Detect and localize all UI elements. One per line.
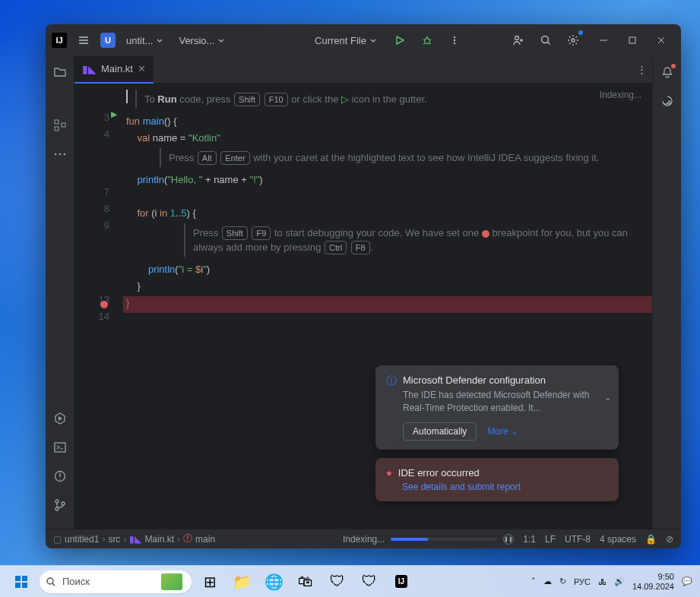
- hint-run: To Run code, press Shift F10 or click th…: [135, 90, 646, 109]
- dots-h-icon: [54, 153, 66, 156]
- collab-button[interactable]: [508, 30, 529, 51]
- vcs-tool-button[interactable]: [50, 495, 70, 515]
- store-button[interactable]: 🛍: [292, 570, 319, 593]
- readonly-icon[interactable]: 🔒: [645, 534, 657, 545]
- expand-button[interactable]: ⌄: [604, 393, 611, 403]
- time: 9:50: [632, 572, 674, 582]
- chevron-down-icon: [217, 36, 225, 44]
- breakpoint-dot-icon[interactable]: [100, 301, 108, 308]
- maximize-button[interactable]: [619, 30, 646, 51]
- svg-point-19: [62, 502, 65, 505]
- project-tool-button[interactable]: [50, 62, 70, 82]
- network-icon[interactable]: 🖧: [598, 577, 607, 586]
- problems-tool-button[interactable]: [50, 466, 70, 486]
- svg-rect-8: [55, 120, 59, 124]
- more-actions-button[interactable]: [444, 30, 465, 51]
- edge-button[interactable]: 🌐: [260, 570, 287, 593]
- warn-circle-icon: [53, 469, 67, 483]
- automatically-button[interactable]: Automatically: [403, 422, 477, 441]
- chevron-down-icon: [156, 36, 163, 44]
- breadcrumb[interactable]: ▢untitled1 ›src ›▮◣Main.kt ›ⓕmain: [53, 532, 215, 545]
- run-config-dropdown[interactable]: Current File: [309, 32, 383, 49]
- main-menu-button[interactable]: [73, 30, 94, 51]
- more-tool-button[interactable]: [50, 144, 70, 164]
- encoding[interactable]: UTF-8: [565, 534, 591, 545]
- breadcrumb-func: main: [195, 534, 215, 545]
- search-placeholder: Поиск: [62, 576, 90, 587]
- more-dropdown[interactable]: More ⌄: [487, 426, 518, 437]
- tray-onedrive-icon[interactable]: ☁: [543, 576, 552, 586]
- line-number: 3: [74, 109, 109, 126]
- tab-bar: ▮◣ Main.kt ✕ ⋮: [74, 56, 652, 84]
- close-tab-button[interactable]: ✕: [138, 63, 146, 74]
- breadcrumb-file: Main.kt: [144, 534, 174, 545]
- kotlin-file-icon: ▮◣: [82, 63, 97, 75]
- caret-position[interactable]: 1:1: [523, 534, 536, 545]
- search-everywhere-button[interactable]: [535, 30, 556, 51]
- code-line: val name = "Kotlin": [126, 130, 646, 147]
- right-tool-rail: [652, 56, 681, 529]
- indent[interactable]: 4 spaces: [600, 534, 636, 545]
- date: 14.09.2024: [632, 582, 674, 592]
- debug-button[interactable]: [417, 30, 438, 51]
- breadcrumb-src: src: [108, 534, 120, 545]
- project-name: untit...: [126, 35, 153, 46]
- indexing-progress[interactable]: Indexing... ❚❚: [343, 534, 514, 545]
- close-window-button[interactable]: [648, 30, 675, 51]
- svg-rect-21: [22, 576, 27, 581]
- spiral-icon: [661, 95, 673, 107]
- svg-point-18: [55, 507, 59, 510]
- minimize-button[interactable]: [590, 30, 617, 51]
- file-tab[interactable]: ▮◣ Main.kt ✕: [74, 56, 154, 84]
- language-indicator[interactable]: РУС: [574, 577, 591, 586]
- line-number: 7: [74, 184, 109, 201]
- error-title: IDE error occurred: [398, 467, 480, 479]
- task-view-button[interactable]: ⊞: [196, 570, 223, 593]
- security2-button[interactable]: 🛡: [356, 570, 383, 593]
- svg-point-1: [454, 36, 455, 38]
- project-dropdown[interactable]: untit...: [122, 32, 168, 49]
- ai-button[interactable]: [657, 91, 677, 111]
- terminal-tool-button[interactable]: [50, 437, 70, 457]
- svg-rect-10: [62, 123, 65, 127]
- tray-chevron-icon[interactable]: ˄: [531, 576, 536, 586]
- intellij-button[interactable]: IJ: [388, 570, 415, 593]
- system-tray[interactable]: ˄ ☁ ↻ РУС 🖧 🔊 9:50 14.09.2024 💬: [531, 572, 692, 592]
- security-button[interactable]: 🛡: [324, 570, 351, 593]
- code-line: println("Hello, " + name + "!"): [126, 172, 646, 188]
- svg-point-4: [515, 36, 519, 40]
- clock[interactable]: 9:50 14.09.2024: [632, 572, 674, 592]
- person-plus-icon: [512, 34, 524, 46]
- run-button[interactable]: [389, 30, 410, 51]
- volume-icon[interactable]: 🔊: [614, 576, 625, 586]
- line-number: 14: [74, 308, 109, 325]
- line-number: 8: [74, 201, 109, 217]
- structure-tool-button[interactable]: [50, 115, 70, 135]
- pause-button[interactable]: ❚❚: [503, 534, 514, 545]
- services-tool-button[interactable]: [50, 409, 70, 428]
- code-line: [126, 188, 646, 205]
- bell-icon: [661, 66, 673, 78]
- settings-button[interactable]: [562, 30, 584, 51]
- line-number: 4: [74, 126, 109, 143]
- taskbar-search[interactable]: Поиск: [40, 570, 192, 593]
- project-badge: U: [100, 33, 116, 48]
- progress-bar: [391, 538, 497, 541]
- svg-point-5: [542, 36, 549, 43]
- line-ending[interactable]: LF: [545, 534, 556, 545]
- run-gutter-icon[interactable]: ▶: [111, 109, 117, 119]
- notifications-tray-icon[interactable]: 💬: [682, 576, 692, 586]
- tray-sync-icon[interactable]: ↻: [559, 576, 566, 586]
- defender-notification: ⌄ ⓘ Microsoft Defender configuration The…: [375, 365, 619, 450]
- explorer-button[interactable]: 📁: [228, 570, 255, 593]
- error-details-link[interactable]: See details and submit report: [402, 482, 608, 492]
- notifications-button[interactable]: [657, 62, 677, 82]
- ide-errors-icon[interactable]: ⊘: [666, 534, 673, 545]
- tab-menu-button[interactable]: ⋮: [631, 64, 652, 75]
- start-button[interactable]: [8, 570, 35, 593]
- svg-rect-7: [629, 37, 635, 43]
- status-bar: ▢untitled1 ›src ›▮◣Main.kt ›ⓕmain Indexi…: [46, 529, 681, 548]
- vcs-label: Versio...: [179, 35, 214, 46]
- svg-rect-22: [15, 583, 21, 588]
- vcs-dropdown[interactable]: Versio...: [174, 32, 230, 49]
